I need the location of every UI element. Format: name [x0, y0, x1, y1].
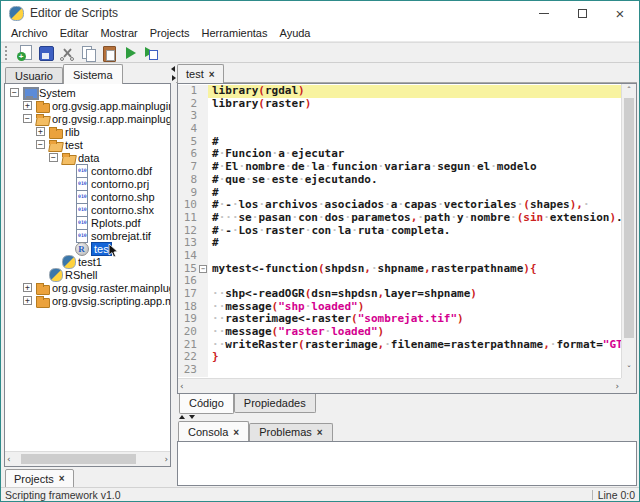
collapse-down-icon[interactable] [189, 415, 195, 419]
save-button[interactable] [35, 43, 56, 62]
menu-item-editar[interactable]: Editar [54, 26, 95, 40]
editor-horizontal-scrollbar[interactable]: ‹ › [178, 378, 621, 393]
code-line-22[interactable]: 22} [178, 351, 621, 364]
scroll-left-icon[interactable]: ‹ [7, 453, 11, 466]
tab-propiedades[interactable]: Propiedades [234, 394, 316, 413]
expand-up-icon[interactable] [179, 415, 185, 419]
tree-item-tes[interactable]: tes [5, 242, 170, 255]
expand-icon[interactable]: + [23, 101, 32, 110]
collapse-left-icon[interactable] [171, 66, 175, 72]
run-dialog-button[interactable] [140, 43, 161, 62]
code-text[interactable]: library(raster) [208, 98, 621, 111]
expand-icon[interactable]: + [23, 296, 32, 305]
cut-icon [59, 45, 75, 61]
run-button[interactable] [119, 43, 140, 62]
scroll-down-icon[interactable]: ˇ [622, 364, 636, 377]
tree-item-test[interactable]: −test [5, 138, 170, 151]
tree-item-contorno-dbf[interactable]: contorno.dbf [5, 164, 170, 177]
scroll-left-icon[interactable]: ‹ [180, 380, 184, 393]
python-script-icon [61, 255, 76, 268]
scroll-right-icon[interactable]: › [615, 380, 619, 393]
code-text[interactable] [208, 110, 621, 123]
tree-item-org-gvsig-raster-mainplugin[interactable]: +org.gvsig.raster.mainplugin [5, 281, 170, 294]
maximize-button[interactable] [563, 1, 601, 25]
code-line-3[interactable]: 3 [178, 110, 621, 123]
tab-projects[interactable]: Projects × [5, 469, 74, 488]
code-text[interactable]: #·-·Los·raster·con·la·ruta·completa. [208, 225, 621, 238]
paste-button[interactable] [98, 43, 119, 62]
tree-item-label: data [78, 152, 99, 164]
code-line-8[interactable]: 8#·que·se·este·ejecutando. [178, 174, 621, 187]
menu-item-projects[interactable]: Projects [144, 26, 196, 40]
close-button[interactable]: × [601, 1, 639, 25]
code-line-13[interactable]: 13# [178, 237, 621, 250]
close-projects-icon[interactable]: × [59, 473, 65, 484]
code-line-4[interactable]: 4 [178, 123, 621, 136]
code-text[interactable]: ··writeRaster(rasterimage,·filename=rast… [208, 339, 621, 352]
menu-item-herramientas[interactable]: Herramientas [195, 26, 273, 40]
tree-horizontal-scrollbar[interactable]: ‹ › [5, 451, 170, 466]
vertical-splitter[interactable] [171, 63, 176, 487]
close-tab-icon[interactable]: × [209, 69, 215, 80]
tree-item-contorno-shp[interactable]: contorno.shp [5, 190, 170, 203]
tree-item-contorno-shx[interactable]: contorno.shx [5, 203, 170, 216]
tab-consola[interactable]: Consola × [178, 421, 249, 441]
code-text[interactable]: } [208, 351, 621, 364]
fold-collapse-icon[interactable]: − [199, 265, 207, 273]
code-line-2[interactable]: 2library(raster) [178, 98, 621, 111]
code-line-21[interactable]: 21··writeRaster(rasterimage,·filename=ra… [178, 339, 621, 352]
code-text[interactable]: #·que·se·este·ejecutando. [208, 174, 621, 187]
tree-item-rplots-pdf[interactable]: Rplots.pdf [5, 216, 170, 229]
whitespace-dot: · [384, 338, 391, 351]
collapse-icon[interactable]: − [49, 153, 58, 162]
collapse-icon[interactable]: − [23, 114, 32, 123]
tab-usuario[interactable]: Usuario [5, 67, 63, 84]
menu-item-archivo[interactable]: Archivo [5, 26, 54, 40]
copy-button[interactable] [77, 43, 98, 62]
expand-icon[interactable]: + [23, 283, 32, 292]
folder-open-icon [61, 151, 76, 164]
close-consola-icon[interactable]: × [233, 427, 239, 438]
new-script-button[interactable] [14, 43, 35, 62]
collapse-icon[interactable]: − [10, 88, 19, 97]
menu-item-ayuda[interactable]: Ayuda [274, 26, 317, 40]
collapse-icon[interactable]: − [36, 140, 45, 149]
close-problemas-icon[interactable]: × [317, 427, 323, 438]
code-line-15[interactable]: 15−mytest<-function(shpdsn,·shpname,rast… [178, 263, 621, 276]
tree-item-rlib[interactable]: +rlib [5, 125, 170, 138]
editor-vertical-scrollbar[interactable]: ˆ ˇ [621, 84, 636, 378]
code-text[interactable]: mytest<-function(shpdsn,·shpname,rasterp… [208, 263, 621, 276]
minimize-button[interactable] [525, 1, 563, 25]
code-text[interactable]: # [208, 237, 621, 250]
tree-item-org-gvsig-app-mainplugin[interactable]: +org.gvsig.app.mainplugin [5, 99, 170, 112]
code-text[interactable] [208, 123, 621, 136]
editor-vscroll-thumb[interactable] [624, 98, 634, 338]
code-text[interactable] [208, 364, 621, 377]
scroll-up-icon[interactable]: ˆ [622, 85, 636, 98]
tab-test-script[interactable]: test × [177, 64, 224, 83]
tree-item-org-gvsig-r-app-mainplugin[interactable]: −org.gvsig.r.app.mainplugin [5, 112, 170, 125]
cut-button[interactable] [56, 43, 77, 62]
code-line-12[interactable]: 12#·-·Los·raster·con·la·ruta·completa. [178, 225, 621, 238]
menu-item-mostrar[interactable]: Mostrar [94, 26, 143, 40]
tree-item-test1[interactable]: test1 [5, 255, 170, 268]
tree-item-contorno-prj[interactable]: contorno.prj [5, 177, 170, 190]
tab-codigo[interactable]: Código [179, 394, 234, 414]
tree-item-data[interactable]: −data [5, 151, 170, 164]
tab-sistema[interactable]: Sistema [63, 64, 123, 84]
console-output[interactable] [177, 441, 637, 486]
code-lines[interactable]: 1library(rgdal)2library(raster)345#6#·Fu… [178, 85, 621, 378]
tree-item-rshell[interactable]: RShell [5, 268, 170, 281]
tree-item-system[interactable]: −System [5, 86, 170, 99]
tab-problemas[interactable]: Problemas × [249, 423, 332, 441]
toolbar-gripper[interactable] [5, 46, 8, 60]
expand-icon[interactable]: + [36, 127, 45, 136]
code-line-23[interactable]: 23 [178, 364, 621, 377]
tree-scroll-thumb[interactable] [21, 454, 136, 464]
tree-item-sombrejat-tif[interactable]: sombrejat.tif [5, 229, 170, 242]
line-number: 20 [178, 326, 197, 339]
tree-item-org-gvsig-scripting-app-main[interactable]: +org.gvsig.scripting.app.main [5, 294, 170, 307]
horizontal-splitter[interactable] [177, 414, 637, 421]
scroll-right-icon[interactable]: › [164, 453, 168, 466]
code-editor[interactable]: 1library(rgdal)2library(raster)345#6#·Fu… [177, 83, 637, 394]
